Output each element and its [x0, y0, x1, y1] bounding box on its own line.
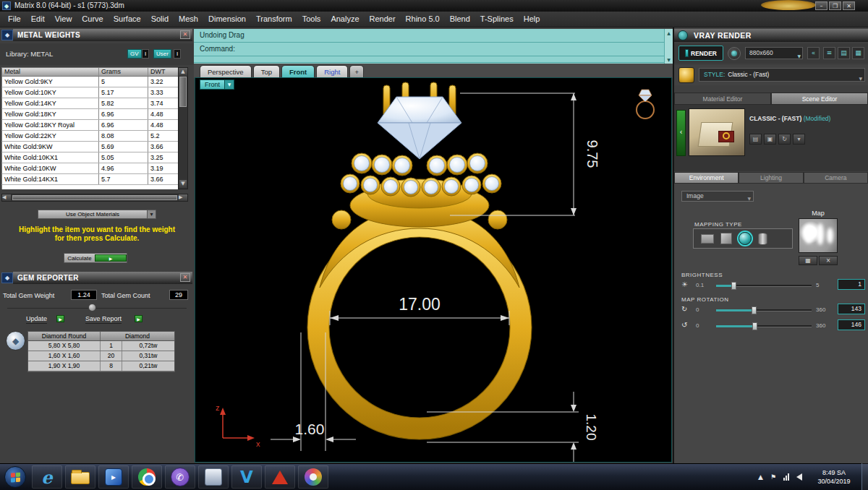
metal-table-row[interactable]: Yellow Gold:18KY Royal6.964.48 — [1, 120, 188, 131]
gem-reporter-close-icon[interactable]: ✕ — [180, 273, 190, 282]
show-desktop-button[interactable] — [861, 463, 868, 490]
taskbar-photos[interactable] — [198, 465, 229, 489]
map-clear-icon[interactable]: × — [819, 256, 838, 265]
metal-table-row[interactable]: Yellow Gold:14KY5.823.74 — [1, 98, 188, 109]
gem-table-row[interactable]: 1,90 X 1,9080,21tw — [28, 361, 174, 371]
metal-table-row[interactable]: Yellow Gold:9KY53.22 — [1, 77, 188, 87]
viewport-title-menu[interactable]: Front ▼ — [200, 79, 234, 90]
gem-reporter-header[interactable]: ◆ GEM REPORTER ✕ — [1, 272, 192, 284]
reload-preset-icon[interactable]: ↻ — [778, 134, 791, 145]
user-button[interactable]: User — [153, 49, 171, 59]
brightness-slider-thumb[interactable] — [731, 282, 736, 290]
mapping-plane-icon[interactable] — [701, 234, 714, 244]
menu-solid[interactable]: Solid — [146, 12, 174, 27]
taskbar-internet-explorer[interactable]: e — [32, 465, 62, 489]
panel-view-icon[interactable]: ▤ — [838, 47, 850, 59]
menu-help[interactable]: Help — [519, 12, 545, 27]
duplicate-preset-icon[interactable]: ▣ — [764, 134, 776, 145]
network-icon[interactable] — [783, 473, 789, 481]
metal-table-row[interactable]: White Gold:14KX15.73.66 — [1, 174, 188, 185]
save-report-button[interactable]: Save Report — [85, 315, 122, 324]
collapse-arrow-button[interactable]: ‹ — [676, 110, 686, 156]
user-info-badge[interactable]: I — [174, 49, 181, 59]
tab-lighting[interactable]: Lighting — [739, 172, 803, 184]
menu-render[interactable]: Render — [365, 12, 401, 27]
chevron-down-icon[interactable]: ▼ — [225, 79, 234, 90]
menu-view[interactable]: View — [50, 12, 77, 27]
metal-table-row[interactable]: White Gold:9KW5.693.66 — [1, 142, 188, 152]
viewport-tab-front[interactable]: Front — [281, 65, 315, 78]
rotation-slider-2[interactable] — [716, 325, 812, 327]
taskbar-matrix-app[interactable] — [265, 465, 295, 489]
list-view-icon[interactable]: ≡ — [823, 47, 835, 59]
metal-weights-header[interactable]: ◆ METAL WEIGHTS ✕ — [1, 29, 192, 41]
resolution-dropdown[interactable]: 880x660▼ — [745, 47, 803, 59]
gem-table-row[interactable]: 1,60 X 1,60200,31tw — [28, 351, 174, 361]
menu-dimension[interactable]: Dimension — [203, 12, 251, 27]
tab-camera[interactable]: Camera — [804, 172, 868, 184]
render-button[interactable]: RENDER — [678, 46, 723, 61]
menu-mesh[interactable]: Mesh — [174, 12, 203, 27]
save-preset-icon[interactable]: ▤ — [749, 134, 762, 145]
menu-edit[interactable]: Edit — [26, 12, 50, 27]
menu-analyze[interactable]: Analyze — [326, 12, 364, 27]
taskbar-media-player[interactable] — [98, 465, 129, 489]
start-button[interactable] — [4, 466, 26, 488]
menu-surface[interactable]: Surface — [109, 12, 146, 27]
grid-view-icon[interactable]: ▦ — [852, 47, 864, 59]
taskbar-paint[interactable] — [298, 465, 328, 489]
menu-rhino-5-0[interactable]: Rhino 5.0 — [401, 12, 445, 27]
close-button[interactable]: ✕ — [843, 1, 855, 10]
menu-transform[interactable]: Transform — [251, 12, 297, 27]
image-type-dropdown[interactable]: Image▼ — [681, 191, 754, 202]
taskbar-viber[interactable] — [165, 465, 195, 489]
mapping-cylinder-icon[interactable] — [758, 233, 767, 245]
command-area[interactable]: Undoing Drag Command: — [194, 29, 673, 64]
viewport-front-view[interactable]: 9.75 17.00 1.60 1.20 z x Front ▼ — [195, 78, 671, 462]
metal-table-horizontal-scrollbar[interactable]: ◀▶ — [1, 194, 188, 202]
tab-material-editor[interactable]: Material Editor — [674, 93, 771, 105]
gv-button[interactable]: GV — [127, 49, 142, 59]
calculate-button[interactable]: Calculate ▶ — [64, 253, 127, 263]
menu-t-splines[interactable]: T-Splines — [475, 12, 519, 27]
menu-tools[interactable]: Tools — [297, 12, 326, 27]
add-viewport-tab[interactable]: + — [349, 65, 364, 78]
tab-environment[interactable]: Environment — [674, 172, 739, 184]
menu-blend[interactable]: Blend — [445, 12, 475, 27]
command-prompt[interactable]: Command: — [194, 43, 673, 56]
metal-table-row[interactable]: White Gold:10KW4.963.19 — [1, 163, 188, 174]
metal-table-row[interactable]: Yellow Gold:10KY5.173.33 — [1, 87, 188, 98]
minimize-button[interactable]: – — [815, 1, 827, 10]
map-preview-image[interactable] — [799, 218, 838, 253]
tab-scene-editor[interactable]: Scene Editor — [771, 93, 868, 105]
action-flag-icon[interactable]: ⚑ — [770, 473, 776, 481]
skip-back-icon[interactable]: « — [807, 47, 820, 59]
command-scrollbar[interactable]: ▲ ▼ — [664, 29, 673, 64]
panel-splitter[interactable] — [7, 308, 187, 309]
style-dropdown[interactable]: STYLE:Classic - (Fast) ▼ — [699, 68, 865, 82]
rotation-slider-1-thumb[interactable] — [752, 306, 757, 314]
volume-icon[interactable] — [796, 473, 802, 481]
preset-preview-image[interactable] — [689, 108, 745, 156]
mapping-sphere-icon[interactable] — [739, 232, 752, 245]
gv-info-badge[interactable]: I — [142, 49, 149, 59]
brightness-value[interactable]: 1 — [838, 279, 865, 290]
viewport-tab-perspective[interactable]: Perspective — [200, 65, 252, 78]
preset-dropdown-icon[interactable]: ▾ — [793, 134, 805, 145]
rotation-value-2[interactable]: 146 — [838, 319, 865, 330]
use-object-materials-dropdown[interactable]: Use Object Materials ▾ — [38, 210, 156, 219]
gem-table-row[interactable]: 5,80 X 5,8010,72tw — [28, 341, 174, 351]
taskbar-clock[interactable]: 8:49 SA 30/04/2019 — [811, 468, 857, 486]
menu-file[interactable]: File — [3, 12, 26, 27]
metal-table-row[interactable]: Yellow Gold:18KY6.964.48 — [1, 109, 188, 120]
map-picker-icon[interactable]: ▦ — [799, 256, 817, 265]
save-report-go-icon[interactable]: ▶ — [135, 315, 142, 322]
menu-curve[interactable]: Curve — [77, 12, 108, 27]
rotation-value-1[interactable]: 143 — [838, 304, 865, 314]
viewport-tab-top[interactable]: Top — [253, 65, 280, 78]
metal-table-row[interactable]: Yellow Gold:22KY8.085.2 — [1, 131, 188, 142]
rotation-slider-1[interactable] — [716, 309, 812, 311]
metal-table-row[interactable]: White Gold:10KX15.053.25 — [1, 152, 188, 163]
hidden-icons-chevron[interactable]: ▲ — [758, 473, 763, 481]
mapping-cube-icon[interactable] — [720, 233, 732, 244]
